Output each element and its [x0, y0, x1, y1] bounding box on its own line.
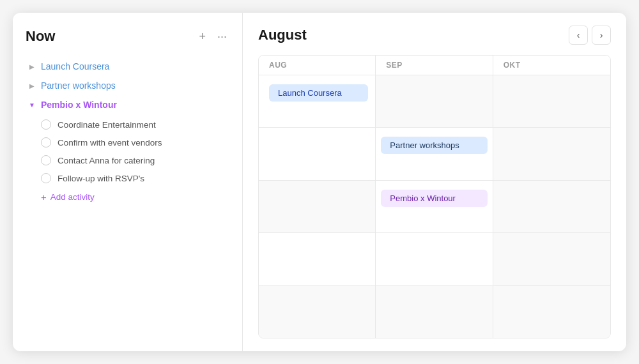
- month-sep: SEP: [376, 56, 493, 75]
- calendar-nav: ‹ ›: [569, 26, 611, 45]
- prev-button[interactable]: ‹: [569, 26, 588, 45]
- cell-okt-4: [493, 233, 610, 285]
- month-aug: AUG: [259, 56, 376, 75]
- cell-okt-2: [493, 128, 610, 179]
- subtask-item-coordinate[interactable]: Coordinate Entertainment: [23, 116, 232, 133]
- cell-aug-1: Launch Coursera: [259, 75, 376, 127]
- calendar-rows: Launch Coursera Partner workshops: [259, 75, 610, 338]
- calendar-months-row: AUG SEP OKT: [259, 56, 610, 75]
- subtask-item-contact[interactable]: Contact Anna for catering: [23, 152, 232, 169]
- cell-sep-5: [376, 286, 493, 338]
- event-launch-coursera[interactable]: Launch Coursera: [269, 84, 368, 102]
- calendar-row-4: [259, 233, 610, 285]
- plus-icon: +: [41, 192, 47, 202]
- cell-okt-3: [493, 181, 610, 232]
- add-activity-label: Add activity: [50, 192, 95, 202]
- subtask-label: Follow-up with RSVP's: [58, 174, 144, 183]
- chevron-icon: ▶: [28, 63, 36, 70]
- subtask-checkbox[interactable]: [41, 119, 51, 130]
- cell-sep-2: Partner workshops: [376, 128, 493, 179]
- subtask-item-confirm[interactable]: Confirm with event vendors: [23, 134, 232, 151]
- subtask-label: Contact Anna for catering: [58, 156, 155, 165]
- cell-aug-3: [259, 181, 376, 232]
- chevron-down-icon: ▼: [28, 102, 36, 109]
- sidebar-header: Now + ···: [23, 28, 232, 45]
- add-button[interactable]: +: [196, 29, 208, 43]
- calendar-row-5: [259, 286, 610, 338]
- project-list: ▶ Launch Coursera ▶ Partner workshops ▼ …: [23, 57, 232, 205]
- app-container: Now + ··· ▶ Launch Coursera ▶ Partner wo…: [13, 13, 626, 351]
- cell-sep-4: [376, 233, 493, 285]
- chevron-icon: ▶: [28, 82, 36, 89]
- event-pembio-wintour[interactable]: Pembio x Wintour: [381, 190, 487, 207]
- subtask-item-followup[interactable]: Follow-up with RSVP's: [23, 170, 232, 186]
- sidebar: Now + ··· ▶ Launch Coursera ▶ Partner wo…: [13, 13, 243, 351]
- calendar-header: August ‹ ›: [258, 26, 611, 45]
- project-label-active: Pembio x Wintour: [41, 100, 117, 110]
- sidebar-item-pembio-wintour[interactable]: ▼ Pembio x Wintour: [23, 96, 232, 114]
- add-activity-button[interactable]: + Add activity: [23, 189, 232, 205]
- sidebar-item-launch-coursera[interactable]: ▶ Launch Coursera: [23, 57, 232, 75]
- cell-aug-4: [259, 233, 376, 285]
- subtask-checkbox[interactable]: [41, 137, 51, 148]
- calendar-row-2: Partner workshops: [259, 128, 610, 180]
- project-label: Partner workshops: [41, 80, 116, 91]
- calendar-row-1: Launch Coursera: [259, 75, 610, 128]
- subtask-checkbox[interactable]: [41, 173, 51, 183]
- cell-okt-5: [493, 286, 610, 338]
- sidebar-item-partner-workshops[interactable]: ▶ Partner workshops: [23, 77, 232, 95]
- subtask-list: Coordinate Entertainment Confirm with ev…: [23, 116, 232, 186]
- calendar-title: August: [258, 27, 307, 43]
- event-partner-workshops[interactable]: Partner workshops: [381, 137, 487, 154]
- calendar-grid: AUG SEP OKT Launch Coursera: [258, 55, 611, 338]
- cell-sep-3: Pembio x Wintour: [376, 181, 493, 232]
- calendar: August ‹ › AUG SEP OKT Launch Coursera: [243, 13, 626, 351]
- cell-okt-1: [493, 75, 610, 127]
- calendar-row-3: Pembio x Wintour: [259, 181, 610, 233]
- cell-aug-2: [259, 128, 376, 179]
- sidebar-title: Now: [26, 28, 55, 45]
- next-button[interactable]: ›: [592, 26, 611, 45]
- subtask-label: Coordinate Entertainment: [58, 120, 156, 130]
- sidebar-header-actions: + ···: [196, 29, 229, 43]
- cell-sep-1: [376, 75, 493, 127]
- subtask-checkbox[interactable]: [41, 155, 51, 165]
- cell-aug-5: [259, 286, 376, 338]
- project-label: Launch Coursera: [41, 61, 109, 72]
- more-button[interactable]: ···: [215, 29, 229, 43]
- subtask-label: Confirm with event vendors: [58, 138, 162, 148]
- month-okt: OKT: [493, 56, 610, 75]
